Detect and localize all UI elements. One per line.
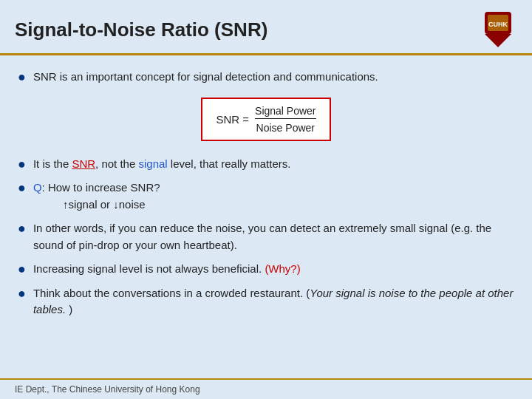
- bullet-dot-5: ●: [18, 262, 26, 277]
- q-label: Q: [33, 181, 42, 194]
- svg-marker-1: [485, 34, 511, 47]
- arrows-line: ↑signal or ↓noise: [48, 197, 160, 214]
- bullet-dot-4: ●: [18, 221, 26, 236]
- footer-text: IE Dept., The Chinese University of Hong…: [15, 384, 200, 395]
- bullet-dot-6: ●: [18, 286, 26, 301]
- bullet-dot-3: ●: [18, 180, 26, 196]
- formula-denominator: Noise Power: [256, 120, 315, 134]
- bullet-text-1: SNR is an important concept for signal d…: [33, 69, 378, 86]
- formula-label: SNR =: [216, 113, 249, 126]
- why-highlight: (Why?): [265, 262, 300, 275]
- slide-header: Signal-to-Noise Ratio (SNR) CUHK: [0, 0, 532, 55]
- bullet-text-4: In other words, if you can reduce the no…: [33, 220, 514, 253]
- formula-fraction: Signal Power Noise Power: [255, 105, 316, 134]
- formula-box: SNR = Signal Power Noise Power: [201, 98, 330, 141]
- signal-highlight: signal: [138, 157, 167, 170]
- bullet-item-5: ● Increasing signal level is not always …: [18, 261, 514, 278]
- bullet-item-2: ● It is the SNR, not the signal level, t…: [18, 156, 514, 173]
- bullet-text-5: Increasing signal level is not always be…: [33, 261, 301, 278]
- bullet-item-4: ● In other words, if you can reduce the …: [18, 220, 514, 253]
- bullet-dot-1: ●: [18, 69, 26, 85]
- snr-highlight: SNR: [72, 157, 95, 170]
- bullet-item-3: ● Q: How to increase SNR? ↑signal or ↓no…: [18, 180, 514, 213]
- svg-text:CUHK: CUHK: [488, 21, 508, 28]
- formula-numerator: Signal Power: [255, 105, 316, 119]
- bullet-item-6: ● Think about the conversations in a cro…: [18, 285, 514, 318]
- bullet-text-3: Q: How to increase SNR? ↑signal or ↓nois…: [33, 180, 160, 213]
- bullet-text-6: Think about the conversations in a crowd…: [33, 285, 514, 318]
- bullet-item-1: ● SNR is an important concept for signal…: [18, 69, 514, 86]
- bullet-text-2: It is the SNR, not the signal level, tha…: [33, 156, 291, 173]
- slide-content: ● SNR is an important concept for signal…: [0, 55, 532, 378]
- formula-container: SNR = Signal Power Noise Power: [18, 98, 514, 141]
- slide-footer: IE Dept., The Chinese University of Hong…: [0, 378, 532, 399]
- logo: CUHK: [479, 10, 517, 49]
- bullet-dot-2: ●: [18, 157, 26, 172]
- page-title: Signal-to-Noise Ratio (SNR): [15, 18, 267, 41]
- slide: Signal-to-Noise Ratio (SNR) CUHK ● SNR i…: [0, 0, 532, 399]
